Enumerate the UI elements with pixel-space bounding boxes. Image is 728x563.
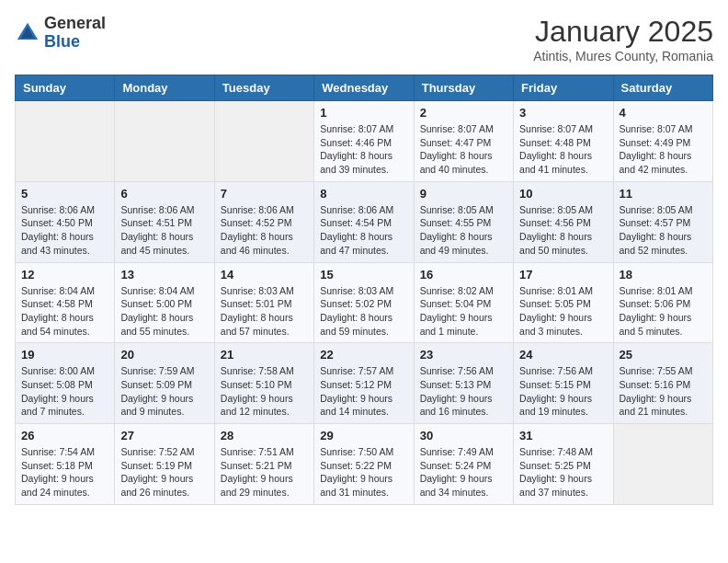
weekday-header-friday: Friday (514, 75, 613, 101)
day-info: Sunrise: 8:06 AMSunset: 4:50 PMDaylight:… (21, 203, 108, 258)
day-number: 17 (519, 268, 607, 282)
day-number: 23 (420, 348, 507, 362)
day-number: 1 (320, 106, 407, 120)
day-number: 9 (420, 187, 507, 201)
calendar-day-cell: 9Sunrise: 8:05 AMSunset: 4:55 PMDaylight… (414, 181, 513, 262)
calendar-day-cell: 8Sunrise: 8:06 AMSunset: 4:54 PMDaylight… (314, 181, 414, 262)
day-number: 14 (221, 268, 308, 282)
day-info: Sunrise: 8:06 AMSunset: 4:51 PMDaylight:… (120, 203, 208, 258)
day-info: Sunrise: 8:01 AMSunset: 5:06 PMDaylight:… (620, 284, 707, 339)
day-number: 13 (120, 268, 208, 282)
calendar-day-cell: 22Sunrise: 7:57 AMSunset: 5:12 PMDayligh… (314, 343, 414, 424)
day-info: Sunrise: 8:05 AMSunset: 4:56 PMDaylight:… (519, 203, 607, 258)
calendar-day-cell: 29Sunrise: 7:50 AMSunset: 5:22 PMDayligh… (314, 424, 414, 505)
day-number: 29 (320, 429, 407, 442)
calendar-week-row: 19Sunrise: 8:00 AMSunset: 5:08 PMDayligh… (16, 343, 713, 424)
day-info: Sunrise: 8:07 AMSunset: 4:49 PMDaylight:… (620, 122, 707, 177)
day-info: Sunrise: 8:06 AMSunset: 4:54 PMDaylight:… (320, 203, 407, 258)
calendar-week-row: 26Sunrise: 7:54 AMSunset: 5:18 PMDayligh… (16, 424, 713, 505)
calendar-day-cell (214, 101, 313, 182)
calendar-day-cell: 3Sunrise: 8:07 AMSunset: 4:48 PMDaylight… (514, 101, 613, 182)
day-number: 22 (320, 348, 407, 362)
logo: General Blue (15, 15, 106, 52)
day-info: Sunrise: 7:57 AMSunset: 5:12 PMDaylight:… (320, 364, 407, 419)
calendar-day-cell: 5Sunrise: 8:06 AMSunset: 4:50 PMDaylight… (16, 181, 115, 262)
calendar-day-cell: 25Sunrise: 7:55 AMSunset: 5:16 PMDayligh… (613, 343, 712, 424)
day-number: 3 (519, 106, 607, 120)
calendar-day-cell: 26Sunrise: 7:54 AMSunset: 5:18 PMDayligh… (16, 424, 115, 505)
day-number: 12 (21, 268, 108, 282)
day-info: Sunrise: 8:04 AMSunset: 4:58 PMDaylight:… (21, 284, 108, 339)
day-info: Sunrise: 7:56 AMSunset: 5:13 PMDaylight:… (420, 364, 507, 419)
calendar-day-cell: 21Sunrise: 7:58 AMSunset: 5:10 PMDayligh… (214, 343, 313, 424)
calendar-day-cell: 16Sunrise: 8:02 AMSunset: 5:04 PMDayligh… (414, 262, 513, 343)
calendar-day-cell: 10Sunrise: 8:05 AMSunset: 4:56 PMDayligh… (514, 181, 613, 262)
calendar-day-cell: 27Sunrise: 7:52 AMSunset: 5:19 PMDayligh… (115, 424, 214, 505)
day-info: Sunrise: 7:51 AMSunset: 5:21 PMDaylight:… (221, 445, 308, 500)
day-info: Sunrise: 7:56 AMSunset: 5:15 PMDaylight:… (519, 364, 607, 419)
day-info: Sunrise: 7:49 AMSunset: 5:24 PMDaylight:… (420, 445, 507, 500)
calendar-day-cell: 30Sunrise: 7:49 AMSunset: 5:24 PMDayligh… (414, 424, 513, 505)
day-info: Sunrise: 7:48 AMSunset: 5:25 PMDaylight:… (519, 445, 607, 500)
day-info: Sunrise: 7:50 AMSunset: 5:22 PMDaylight:… (320, 445, 407, 500)
day-number: 18 (620, 268, 707, 282)
calendar-day-cell: 17Sunrise: 8:01 AMSunset: 5:05 PMDayligh… (514, 262, 613, 343)
calendar-day-cell: 14Sunrise: 8:03 AMSunset: 5:01 PMDayligh… (214, 262, 313, 343)
calendar-week-row: 1Sunrise: 8:07 AMSunset: 4:46 PMDaylight… (16, 101, 713, 182)
day-info: Sunrise: 8:01 AMSunset: 5:05 PMDaylight:… (519, 284, 607, 339)
day-number: 8 (320, 187, 407, 201)
page-header: General Blue January 2025 Atintis, Mures… (15, 15, 713, 63)
weekday-header-row: SundayMondayTuesdayWednesdayThursdayFrid… (16, 75, 713, 101)
day-number: 19 (21, 348, 108, 362)
calendar-day-cell: 31Sunrise: 7:48 AMSunset: 5:25 PMDayligh… (514, 424, 613, 505)
logo-blue: Blue (44, 32, 80, 51)
logo-icon (15, 20, 40, 46)
day-info: Sunrise: 7:52 AMSunset: 5:19 PMDaylight:… (120, 445, 208, 500)
day-info: Sunrise: 8:03 AMSunset: 5:02 PMDaylight:… (320, 284, 407, 339)
day-info: Sunrise: 7:58 AMSunset: 5:10 PMDaylight:… (221, 364, 308, 419)
day-number: 7 (221, 187, 308, 201)
calendar-day-cell: 12Sunrise: 8:04 AMSunset: 4:58 PMDayligh… (16, 262, 115, 343)
day-number: 30 (420, 429, 507, 442)
calendar-day-cell: 28Sunrise: 7:51 AMSunset: 5:21 PMDayligh… (214, 424, 313, 505)
weekday-header-tuesday: Tuesday (214, 75, 313, 101)
day-number: 21 (221, 348, 308, 362)
weekday-header-sunday: Sunday (16, 75, 115, 101)
calendar-day-cell: 4Sunrise: 8:07 AMSunset: 4:49 PMDaylight… (613, 101, 712, 182)
calendar-day-cell: 13Sunrise: 8:04 AMSunset: 5:00 PMDayligh… (115, 262, 214, 343)
day-number: 10 (519, 187, 607, 201)
day-info: Sunrise: 8:02 AMSunset: 5:04 PMDaylight:… (420, 284, 507, 339)
day-number: 6 (120, 187, 208, 201)
title-block: January 2025 Atintis, Mures County, Roma… (533, 15, 713, 63)
day-number: 4 (620, 106, 707, 120)
calendar-day-cell: 2Sunrise: 8:07 AMSunset: 4:47 PMDaylight… (414, 101, 513, 182)
weekday-header-saturday: Saturday (613, 75, 712, 101)
month-title: January 2025 (533, 15, 713, 49)
calendar-week-row: 5Sunrise: 8:06 AMSunset: 4:50 PMDaylight… (16, 181, 713, 262)
day-info: Sunrise: 8:07 AMSunset: 4:48 PMDaylight:… (519, 122, 607, 177)
calendar-day-cell: 18Sunrise: 8:01 AMSunset: 5:06 PMDayligh… (613, 262, 712, 343)
logo-general: General (44, 14, 106, 32)
day-number: 27 (120, 429, 208, 442)
day-info: Sunrise: 8:07 AMSunset: 4:47 PMDaylight:… (420, 122, 507, 177)
calendar-day-cell: 19Sunrise: 8:00 AMSunset: 5:08 PMDayligh… (16, 343, 115, 424)
day-number: 20 (120, 348, 208, 362)
day-number: 2 (420, 106, 507, 120)
day-number: 28 (221, 429, 308, 442)
calendar-table: SundayMondayTuesdayWednesdayThursdayFrid… (15, 75, 713, 505)
day-info: Sunrise: 8:00 AMSunset: 5:08 PMDaylight:… (21, 364, 108, 419)
weekday-header-thursday: Thursday (414, 75, 513, 101)
calendar-day-cell (16, 101, 115, 182)
calendar-day-cell (115, 101, 214, 182)
calendar-day-cell: 20Sunrise: 7:59 AMSunset: 5:09 PMDayligh… (115, 343, 214, 424)
calendar-day-cell: 7Sunrise: 8:06 AMSunset: 4:52 PMDaylight… (214, 181, 313, 262)
day-number: 15 (320, 268, 407, 282)
location-subtitle: Atintis, Mures County, Romania (533, 49, 713, 63)
logo-text: General Blue (44, 15, 106, 52)
day-info: Sunrise: 8:07 AMSunset: 4:46 PMDaylight:… (320, 122, 407, 177)
calendar-day-cell: 6Sunrise: 8:06 AMSunset: 4:51 PMDaylight… (115, 181, 214, 262)
day-number: 5 (21, 187, 108, 201)
calendar-day-cell (613, 424, 712, 505)
day-number: 26 (21, 429, 108, 442)
day-info: Sunrise: 8:05 AMSunset: 4:55 PMDaylight:… (420, 203, 507, 258)
